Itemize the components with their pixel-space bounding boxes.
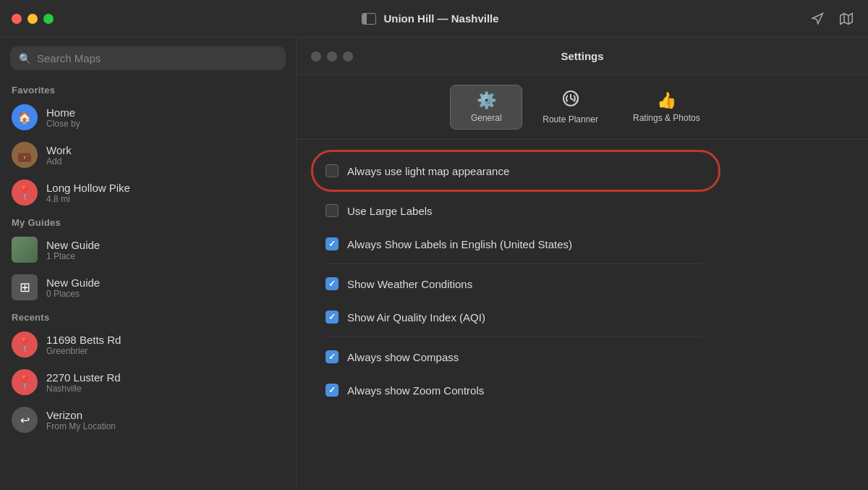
checkbox-large-labels[interactable]	[326, 204, 339, 217]
divider-3	[326, 337, 702, 337]
verizon-subtitle: From My Location	[46, 421, 116, 431]
minimize-button[interactable]	[27, 14, 38, 24]
betts-subtitle: Greenbrier	[46, 346, 121, 356]
svg-marker-1	[841, 13, 853, 24]
label-large-labels: Use Large Labels	[347, 205, 433, 217]
route-tab-label: Route Planner	[542, 114, 598, 124]
home-subtitle: Close by	[46, 119, 80, 129]
guide2-subtitle: 0 Places	[46, 289, 100, 299]
location-button[interactable]	[807, 9, 827, 29]
luster-title: 2270 Luster Rd	[46, 371, 121, 384]
title-bar: Union Hill — Nashville	[0, 0, 868, 38]
luster-subtitle: Nashville	[46, 384, 121, 394]
label-english-labels: Always Show Labels in English (United St…	[347, 238, 572, 250]
maximize-button[interactable]	[43, 14, 54, 24]
betts-title: 11698 Betts Rd	[46, 334, 121, 346]
setting-row-weather: Show Weather Conditions	[326, 267, 702, 300]
sidebar-item-new-guide-1[interactable]: New Guide 1 Place	[0, 231, 296, 269]
label-compass: Always show Compass	[347, 351, 459, 363]
tab-general[interactable]: ⚙️ General	[450, 85, 522, 130]
settings-tabs: ⚙️ General Route Planner 👍 Ratings & Pho…	[297, 75, 868, 140]
work-title: Work	[46, 144, 72, 156]
settings-content: Always use light map appearance Use Larg…	[297, 140, 868, 490]
label-light-map: Always use light map appearance	[347, 165, 509, 177]
sidebar-item-betts-rd[interactable]: 📍 11698 Betts Rd Greenbrier	[0, 326, 296, 363]
sidebar-item-home[interactable]: 🏠 Home Close by	[0, 98, 296, 136]
guide1-photo-icon	[12, 237, 38, 263]
favorites-header: Favorites	[0, 79, 296, 98]
setting-row-zoom: Always show Zoom Controls	[326, 373, 702, 407]
verizon-icon: ↩	[12, 407, 38, 433]
ratings-tab-label: Ratings & Photos	[633, 113, 700, 123]
stl-2	[327, 51, 337, 62]
sidebar-toggle-icon[interactable]	[362, 13, 376, 25]
work-icon: 💼	[12, 142, 38, 168]
setting-row-compass: Always show Compass	[326, 340, 702, 373]
settings-title: Settings	[561, 50, 603, 62]
label-weather: Show Weather Conditions	[347, 278, 472, 290]
window-title: Union Hill — Nashville	[383, 12, 498, 25]
setting-row-aqi: Show Air Quality Index (AQI)	[326, 300, 702, 334]
checkbox-aqi[interactable]	[326, 311, 339, 324]
guide2-icon: ⊞	[12, 274, 38, 300]
home-icon: 🏠	[12, 104, 38, 130]
settings-panel: Settings ⚙️ General Route Planner 👍	[297, 38, 868, 490]
checkbox-english-labels[interactable]	[326, 237, 339, 250]
guide2-title: New Guide	[46, 276, 100, 289]
guides-header: My Guides	[0, 211, 296, 231]
checkbox-compass[interactable]	[326, 350, 339, 363]
search-bar[interactable]: 🔍	[10, 46, 286, 70]
recents-header: Recents	[0, 306, 296, 326]
sidebar-item-luster-rd[interactable]: 📍 2270 Luster Rd Nashville	[0, 363, 296, 401]
stl-3	[343, 51, 353, 62]
home-title: Home	[46, 106, 80, 119]
setting-row-light-map: Always use light map appearance	[326, 154, 702, 187]
checkbox-weather[interactable]	[326, 277, 339, 290]
settings-options-container: Always use light map appearance Use Larg…	[326, 154, 702, 407]
luster-icon: 📍	[12, 369, 38, 395]
traffic-lights	[12, 14, 54, 24]
search-input[interactable]	[37, 52, 277, 64]
sidebar: 🔍 Favorites 🏠 Home Close by 💼 Work Add 📍…	[0, 38, 297, 490]
close-button[interactable]	[12, 14, 22, 24]
main-layout: 🔍 Favorites 🏠 Home Close by 💼 Work Add 📍…	[0, 38, 868, 490]
sidebar-item-long-hollow[interactable]: 📍 Long Hollow Pike 4.8 mi	[0, 174, 296, 211]
checkbox-zoom[interactable]	[326, 384, 339, 397]
label-aqi: Show Air Quality Index (AQI)	[347, 311, 485, 324]
tab-route-planner[interactable]: Route Planner	[528, 84, 613, 130]
window-title-area: Union Hill — Nashville	[362, 12, 498, 25]
divider-2	[326, 263, 702, 264]
settings-traffic-lights	[311, 51, 353, 62]
divider-1	[326, 190, 702, 191]
long-hollow-title: Long Hollow Pike	[46, 182, 130, 194]
checkbox-light-map[interactable]	[326, 164, 339, 177]
settings-titlebar: Settings	[297, 38, 868, 75]
tab-ratings-photos[interactable]: 👍 Ratings & Photos	[618, 85, 715, 129]
search-icon: 🔍	[19, 53, 31, 64]
route-tab-icon	[562, 90, 579, 111]
sidebar-item-new-guide-2[interactable]: ⊞ New Guide 0 Places	[0, 269, 296, 306]
betts-icon: 📍	[12, 331, 38, 358]
guide1-title: New Guide	[46, 239, 100, 251]
long-hollow-icon: 📍	[12, 179, 38, 206]
svg-marker-0	[812, 13, 822, 23]
map-view-button[interactable]	[836, 9, 856, 29]
general-tab-icon: ⚙️	[477, 91, 496, 110]
long-hollow-subtitle: 4.8 mi	[46, 194, 130, 204]
setting-row-english-labels: Always Show Labels in English (United St…	[326, 227, 702, 261]
title-right-buttons	[807, 9, 856, 29]
sidebar-item-work[interactable]: 💼 Work Add	[0, 136, 296, 174]
setting-row-large-labels: Use Large Labels	[326, 194, 702, 227]
label-zoom: Always show Zoom Controls	[347, 384, 484, 397]
stl-1	[311, 51, 321, 62]
sidebar-item-verizon[interactable]: ↩ Verizon From My Location	[0, 401, 296, 439]
guide1-subtitle: 1 Place	[46, 251, 100, 261]
ratings-tab-icon: 👍	[657, 91, 676, 110]
verizon-title: Verizon	[46, 409, 116, 421]
general-tab-label: General	[471, 113, 502, 123]
work-subtitle: Add	[46, 156, 72, 166]
